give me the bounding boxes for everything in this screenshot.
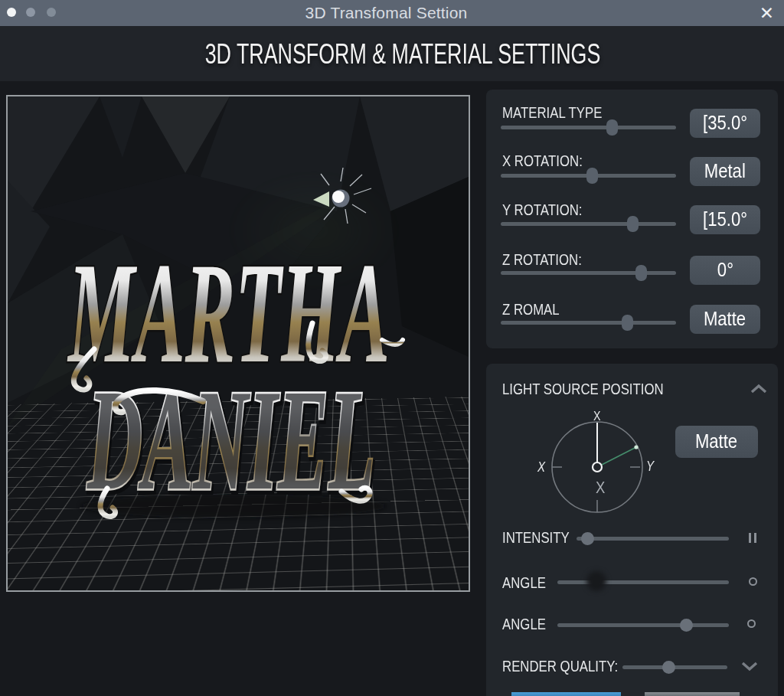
svg-text:DANIEL: DANIEL — [87, 360, 375, 520]
